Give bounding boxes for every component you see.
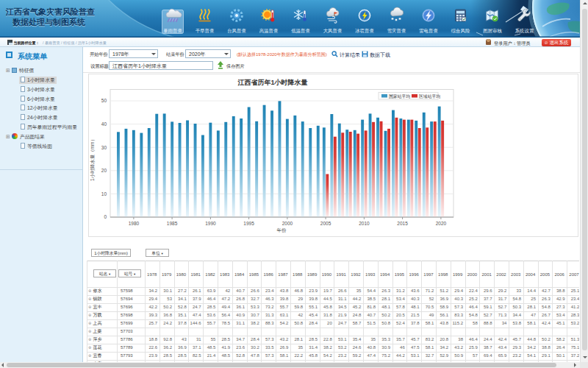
svg-text:综合风险: 综合风险 [451, 28, 470, 34]
svg-text:年份: 年份 [277, 227, 287, 233]
svg-text:大风普查: 大风普查 [323, 28, 343, 34]
svg-text:2010: 2010 [359, 221, 370, 226]
svg-text:系统设置: 系统设置 [515, 28, 534, 34]
svg-text:数据处理与制图系统: 数据处理与制图系统 [12, 18, 86, 26]
svg-text:10: 10 [101, 191, 107, 197]
svg-text:1990: 1990 [205, 221, 216, 226]
svg-text:50: 50 [101, 98, 107, 103]
svg-text:2020: 2020 [436, 221, 447, 226]
svg-text:1985: 1985 [167, 221, 178, 226]
svg-text:雷电普查: 雷电普查 [419, 28, 438, 34]
svg-text:30: 30 [101, 145, 107, 150]
svg-text:40: 40 [101, 121, 107, 127]
svg-text:江西省历年1小时降水量: 江西省历年1小时降水量 [237, 79, 307, 86]
svg-text:雪灾普查: 雪灾普查 [387, 28, 406, 34]
svg-text:2000: 2000 [282, 221, 293, 226]
svg-text:冰雹普查: 冰雹普查 [355, 28, 374, 34]
svg-text:暴雨普查: 暴雨普查 [163, 28, 182, 34]
svg-text:台风普查: 台风普查 [227, 28, 246, 34]
svg-text:2015: 2015 [397, 221, 408, 226]
svg-text:图层审核: 图层审核 [483, 28, 502, 34]
svg-text:低温普查: 低温普查 [291, 28, 310, 34]
svg-text:国家站平均: 国家站平均 [389, 93, 410, 99]
svg-text:1995: 1995 [243, 221, 254, 226]
svg-text:高温普查: 高温普查 [259, 28, 279, 34]
svg-text:江西省气象灾害风险普查: 江西省气象灾害风险普查 [5, 7, 95, 16]
svg-text:20: 20 [101, 168, 107, 173]
svg-text:区域站平均: 区域站平均 [419, 93, 440, 99]
svg-text:1小时降水量（mm）: 1小时降水量（mm） [90, 137, 96, 181]
svg-text:2005: 2005 [320, 221, 331, 226]
svg-text:1980: 1980 [129, 221, 140, 226]
svg-text:干旱普查: 干旱普查 [196, 28, 215, 34]
svg-text:0: 0 [104, 214, 107, 219]
